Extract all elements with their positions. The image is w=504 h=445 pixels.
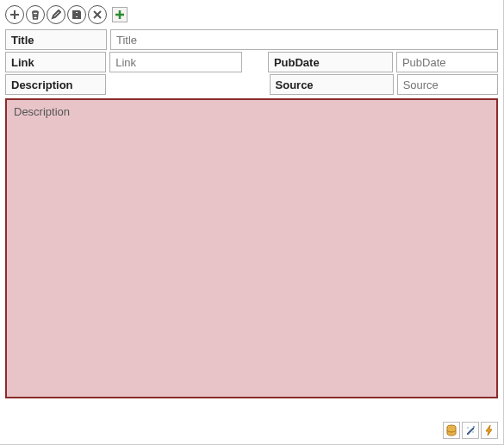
database-icon bbox=[445, 424, 457, 436]
bolt-icon bbox=[483, 424, 495, 436]
description-label: Description bbox=[5, 74, 106, 95]
new-button[interactable] bbox=[112, 7, 128, 22]
description-area bbox=[5, 98, 498, 398]
editor-panel: Title Link PubDate Description Source bbox=[0, 0, 504, 445]
wand-button[interactable] bbox=[462, 422, 479, 439]
source-label: Source bbox=[270, 74, 394, 95]
svg-point-9 bbox=[472, 431, 473, 432]
save-button[interactable] bbox=[67, 5, 86, 24]
svg-point-8 bbox=[467, 427, 468, 428]
spacer bbox=[109, 74, 266, 95]
bolt-button[interactable] bbox=[481, 422, 498, 439]
row-title: Title bbox=[5, 29, 498, 50]
save-icon bbox=[72, 9, 82, 20]
link-input[interactable] bbox=[110, 53, 241, 72]
row-link-pubdate: Link PubDate bbox=[5, 52, 498, 72]
source-input[interactable] bbox=[398, 75, 497, 94]
plus-green-icon bbox=[115, 9, 125, 20]
database-button[interactable] bbox=[443, 422, 460, 439]
delete-button[interactable] bbox=[26, 5, 45, 24]
row-description-source: Description Source bbox=[5, 74, 498, 95]
toolbar bbox=[5, 5, 498, 24]
pubdate-label: PubDate bbox=[268, 52, 393, 72]
link-input-cell bbox=[109, 52, 242, 72]
pencil-icon bbox=[51, 9, 61, 20]
close-button[interactable] bbox=[88, 5, 107, 24]
add-button[interactable] bbox=[5, 5, 24, 24]
plus-icon bbox=[9, 9, 20, 20]
title-label: Title bbox=[5, 29, 107, 50]
edit-button[interactable] bbox=[47, 5, 65, 24]
wand-icon bbox=[464, 424, 476, 436]
spacer bbox=[246, 52, 264, 72]
pubdate-input[interactable] bbox=[397, 53, 497, 72]
close-icon bbox=[92, 9, 103, 20]
link-label: Link bbox=[5, 52, 106, 72]
pubdate-input-cell bbox=[396, 52, 498, 72]
title-input-cell bbox=[110, 29, 498, 50]
trash-icon bbox=[30, 9, 40, 20]
footer-toolbar bbox=[443, 422, 498, 439]
source-input-cell bbox=[397, 74, 498, 95]
description-textarea[interactable] bbox=[7, 100, 496, 397]
title-input[interactable] bbox=[111, 30, 497, 49]
svg-point-7 bbox=[473, 426, 475, 428]
